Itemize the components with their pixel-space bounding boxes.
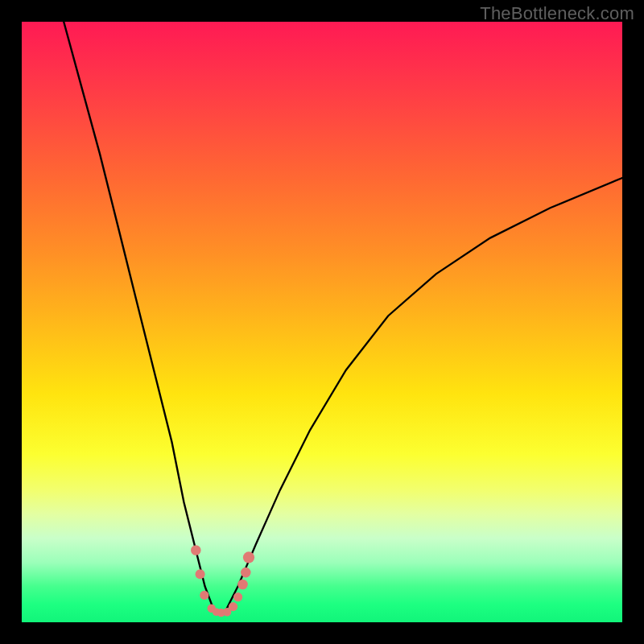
marker-dot	[241, 568, 251, 578]
curve-left-branch	[64, 22, 214, 610]
marker-dot	[233, 592, 242, 601]
marker-dot	[196, 569, 205, 579]
curve-layer	[22, 22, 622, 622]
min-region-markers	[191, 545, 254, 617]
marker-dot	[229, 602, 237, 611]
marker-dot	[200, 591, 208, 600]
marker-dot	[237, 580, 248, 590]
marker-dot	[243, 551, 254, 563]
marker-dot	[191, 545, 201, 555]
curve-right-branch	[226, 178, 622, 610]
plot-area	[22, 22, 622, 622]
chart-frame: TheBottleneck.com	[0, 0, 644, 644]
